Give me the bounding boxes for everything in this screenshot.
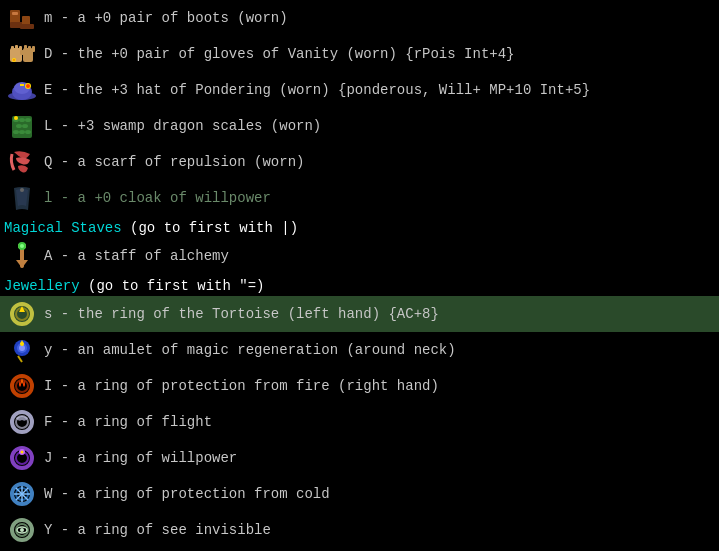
svg-point-31 <box>25 130 31 134</box>
staff-icon <box>4 240 40 272</box>
svg-rect-11 <box>28 46 31 52</box>
ring-willpower-icon <box>4 442 40 474</box>
section-jewellery-label: Jewellery <box>4 278 80 294</box>
boots-icon <box>4 2 40 34</box>
item-text-scarf: Q - a scarf of repulsion (worn) <box>44 154 304 170</box>
item-text-scales: L - +3 swamp dragon scales (worn) <box>44 118 321 134</box>
item-text-hat: E - the +3 hat of Pondering (worn) {pond… <box>44 82 590 98</box>
item-text-ring-tortoise: s - the ring of the Tortoise (left hand)… <box>44 306 439 322</box>
svg-point-64 <box>20 528 24 532</box>
item-row-scarf: Q - a scarf of repulsion (worn) <box>0 144 719 180</box>
item-row-ring-see: Y - a ring of see invisible <box>0 512 719 548</box>
item-row-cloak: l - a +0 cloak of willpower <box>0 180 719 216</box>
item-text-ring-cold: W - a ring of protection from cold <box>44 486 330 502</box>
item-row-amulet: y - an amulet of magic regeneration (aro… <box>0 332 719 368</box>
svg-point-32 <box>14 116 18 120</box>
item-text-ring-fire: I - a ring of protection from fire (righ… <box>44 378 439 394</box>
item-text-amulet: y - an amulet of magic regeneration (aro… <box>44 342 456 358</box>
ring-see-icon <box>4 514 40 546</box>
item-row-ring-fire: I - a ring of protection from fire (righ… <box>0 368 719 404</box>
item-text-ring-flight: F - a ring of flight <box>44 414 212 430</box>
item-row-gloves: D - the +0 pair of gloves of Vanity (wor… <box>0 36 719 72</box>
svg-point-28 <box>22 124 28 128</box>
gloves-icon <box>4 38 40 70</box>
svg-point-27 <box>16 124 22 128</box>
section-header-jewellery: Jewellery (go to first with "=) <box>0 274 719 296</box>
section-staves-key: | <box>281 220 289 236</box>
hat-icon <box>4 74 40 106</box>
item-row-ring-tortoise[interactable]: s - the ring of the Tortoise (left hand)… <box>0 296 719 332</box>
item-text-gloves: D - the +0 pair of gloves of Vanity (wor… <box>44 46 514 62</box>
item-row-staff: A - a staff of alchemy <box>0 238 719 274</box>
svg-rect-13 <box>32 46 35 52</box>
scarf-icon <box>4 146 40 178</box>
item-row-scales: L - +3 swamp dragon scales (worn) <box>0 108 719 144</box>
section-header-staves: Magical Staves (go to first with |) <box>0 216 719 238</box>
svg-rect-14 <box>20 50 23 55</box>
svg-point-21 <box>26 84 30 88</box>
item-row-ring-cold: W - a ring of protection from cold <box>0 476 719 512</box>
section-staves-label: Magical Staves <box>4 220 122 236</box>
svg-point-25 <box>19 118 25 122</box>
svg-rect-7 <box>15 45 18 52</box>
cloak-icon <box>4 182 40 214</box>
item-row-hat: E - the +3 hat of Pondering (worn) {pond… <box>0 72 719 108</box>
svg-point-29 <box>13 130 19 134</box>
section-staves-goto: (go to first with <box>122 220 282 236</box>
item-text-staff: A - a staff of alchemy <box>44 248 229 264</box>
svg-point-16 <box>13 59 15 61</box>
svg-point-30 <box>19 130 25 134</box>
svg-rect-2 <box>12 12 18 15</box>
svg-rect-4 <box>20 24 34 29</box>
scales-icon <box>4 110 40 142</box>
svg-point-33 <box>20 188 24 192</box>
svg-rect-6 <box>11 46 14 52</box>
svg-point-37 <box>20 244 24 248</box>
ring-tortoise-icon <box>4 298 40 330</box>
amulet-icon <box>4 334 40 366</box>
svg-rect-22 <box>20 84 24 86</box>
item-row-ring-flight: F - a ring of flight <box>0 404 719 440</box>
svg-line-44 <box>18 356 22 362</box>
svg-rect-12 <box>24 45 27 52</box>
ring-fire-icon <box>4 370 40 402</box>
item-text-boots: m - a +0 pair of boots (worn) <box>44 10 288 26</box>
item-text-ring-willpower: J - a ring of willpower <box>44 450 237 466</box>
item-text-ring-see: Y - a ring of see invisible <box>44 522 271 538</box>
svg-point-54 <box>21 451 24 454</box>
svg-point-26 <box>25 118 31 122</box>
item-row-boots: m - a +0 pair of boots (worn) <box>0 0 719 36</box>
ring-flight-icon <box>4 406 40 438</box>
item-text-cloak: l - a +0 cloak of willpower <box>44 190 271 206</box>
ring-cold-icon <box>4 478 40 510</box>
item-row-ring-willpower: J - a ring of willpower <box>0 440 719 476</box>
